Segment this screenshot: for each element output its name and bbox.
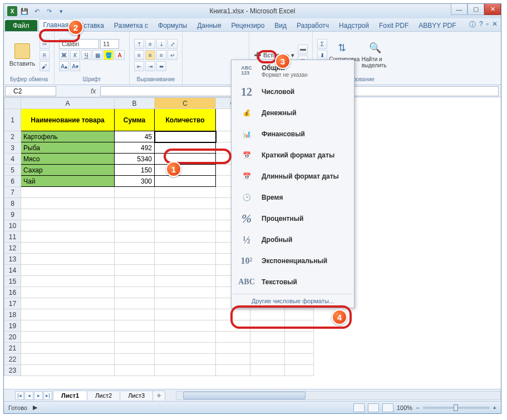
- tab-pagelayout[interactable]: Разметка с: [110, 20, 152, 31]
- restore-window-button[interactable]: ▫: [486, 20, 489, 29]
- cell-a5[interactable]: Сахар: [21, 165, 115, 176]
- cell-a6[interactable]: Чай: [21, 176, 115, 187]
- fill-button[interactable]: ⬇: [317, 50, 327, 60]
- close-button[interactable]: ✕: [484, 4, 501, 15]
- tab-addins[interactable]: Надстрой: [334, 20, 373, 31]
- align-top-button[interactable]: ⇡: [134, 39, 144, 49]
- tab-review[interactable]: Рецензиро: [227, 20, 269, 31]
- maximize-button[interactable]: ▢: [467, 4, 484, 15]
- sheet-nav-first[interactable]: |◂: [15, 391, 24, 400]
- sheet-nav-prev[interactable]: ◂: [24, 391, 33, 400]
- row-header-4[interactable]: 4: [4, 154, 21, 165]
- tab-view[interactable]: Вид: [270, 20, 291, 31]
- more-formats-link[interactable]: Другие числовые форматы...: [233, 294, 353, 308]
- format-percent[interactable]: % Процентный: [232, 208, 354, 229]
- format-time[interactable]: 🕒 Время: [232, 187, 354, 208]
- cell-a1[interactable]: Наименование товара: [21, 109, 115, 131]
- align-left-button[interactable]: ≡: [134, 50, 144, 60]
- cell-b4[interactable]: 5340: [115, 154, 155, 165]
- cell-c3[interactable]: [155, 142, 216, 154]
- format-general[interactable]: ABC123 ОбщийФормат не указан: [232, 60, 354, 81]
- copy-button[interactable]: ⎘: [40, 50, 50, 60]
- row-header-3[interactable]: 3: [4, 142, 21, 154]
- bold-button[interactable]: Ж: [59, 50, 69, 60]
- cut-button[interactable]: ✂: [40, 39, 50, 49]
- close-workbook-button[interactable]: ✕: [492, 20, 498, 29]
- format-text[interactable]: ABC Текстовый: [232, 271, 354, 293]
- col-header-c[interactable]: C: [155, 98, 216, 109]
- format-fraction[interactable]: ½ Дробный: [232, 229, 354, 250]
- format-currency[interactable]: 💰 Денежный: [232, 102, 354, 123]
- tab-data[interactable]: Данные: [193, 20, 225, 31]
- align-right-button[interactable]: ≡: [156, 50, 166, 60]
- format-painter-button[interactable]: 🖌: [40, 61, 50, 71]
- view-pagebreak-button[interactable]: [382, 403, 393, 412]
- cell-b3[interactable]: 492: [115, 142, 155, 154]
- qat-save-button[interactable]: 💾: [19, 6, 29, 16]
- align-middle-button[interactable]: ≡: [145, 39, 155, 49]
- cell-a2[interactable]: Картофель: [21, 131, 115, 142]
- cell-b1[interactable]: Сумма: [115, 109, 155, 131]
- minimize-button[interactable]: —: [451, 4, 467, 15]
- orientation-button[interactable]: ⤢: [168, 39, 178, 49]
- cell-c6[interactable]: [155, 176, 216, 187]
- minimize-ribbon-button[interactable]: ⓘ: [469, 20, 476, 29]
- wrap-text-button[interactable]: ↵: [168, 50, 178, 60]
- row-header-1[interactable]: 1: [4, 109, 21, 131]
- zoom-in-button[interactable]: +: [493, 404, 496, 411]
- cell-b2[interactable]: 45: [115, 131, 155, 142]
- qat-redo-button[interactable]: ↷: [44, 6, 54, 16]
- border-button[interactable]: ▦: [92, 50, 102, 60]
- horizontal-scrollbar[interactable]: [176, 391, 501, 400]
- cell-c1[interactable]: Количество: [155, 109, 216, 131]
- font-name-combo[interactable]: Calibri: [59, 39, 99, 49]
- delete-cells-button[interactable]: ➖: [298, 45, 308, 55]
- select-all-corner[interactable]: [4, 98, 21, 109]
- tab-home[interactable]: Главная: [38, 19, 74, 31]
- autosum-button[interactable]: Σ: [317, 39, 327, 49]
- fill-color-button[interactable]: 🪣: [104, 50, 114, 60]
- zoom-slider[interactable]: [423, 407, 490, 409]
- merge-button[interactable]: ⬌: [156, 61, 166, 71]
- help-button[interactable]: ?: [479, 20, 483, 29]
- sheet-tab-2[interactable]: Лист2: [87, 391, 120, 400]
- align-bottom-button[interactable]: ⇣: [156, 39, 166, 49]
- decrease-font-button[interactable]: A▾: [70, 61, 80, 71]
- italic-button[interactable]: К: [70, 50, 80, 60]
- row-header-2[interactable]: 2: [4, 131, 21, 142]
- cell-b5[interactable]: 150: [115, 165, 155, 176]
- fx-label[interactable]: fx: [91, 87, 96, 95]
- view-normal-button[interactable]: [353, 403, 365, 412]
- decrease-indent-button[interactable]: ⇤: [134, 61, 144, 71]
- sheet-tab-1[interactable]: Лист1: [53, 391, 87, 400]
- file-tab[interactable]: Файл: [5, 20, 37, 31]
- name-box[interactable]: C2: [5, 86, 56, 96]
- tab-developer[interactable]: Разработч: [292, 20, 333, 31]
- cell-c4[interactable]: [155, 154, 216, 165]
- align-center-button[interactable]: ≡: [145, 50, 155, 60]
- qat-customize-button[interactable]: ▾: [56, 6, 66, 16]
- tab-insert[interactable]: Вставка: [75, 20, 109, 31]
- zoom-thumb[interactable]: [454, 404, 458, 411]
- format-accounting[interactable]: 📊 Финансовый: [232, 123, 354, 145]
- find-select-button[interactable]: 🔍 Найти и выделить: [362, 42, 390, 68]
- format-longdate[interactable]: 📅 Длинный формат даты: [232, 166, 354, 187]
- sheet-tab-3[interactable]: Лист3: [120, 391, 153, 400]
- cell-a4[interactable]: Мясо: [21, 154, 115, 165]
- format-shortdate[interactable]: 📅 Краткий формат даты: [232, 145, 354, 166]
- sheet-nav-last[interactable]: ▸|: [43, 391, 52, 400]
- format-number[interactable]: 12 Числовой: [232, 81, 354, 102]
- font-color-button[interactable]: A: [115, 50, 125, 60]
- col-header-b[interactable]: B: [115, 98, 155, 109]
- qat-undo-button[interactable]: ↶: [32, 6, 42, 16]
- tab-foxit[interactable]: Foxit PDF: [375, 20, 413, 31]
- insert-cells-button[interactable]: ➕ Вставить ▾: [254, 52, 294, 59]
- scroll-thumb[interactable]: [183, 392, 306, 399]
- new-sheet-button[interactable]: ✧: [152, 391, 165, 401]
- format-scientific[interactable]: 10² Экспоненциальный: [232, 250, 354, 271]
- row-header-5[interactable]: 5: [4, 165, 21, 176]
- view-pagelayout-button[interactable]: [368, 403, 379, 412]
- tab-formulas[interactable]: Формулы: [154, 20, 191, 31]
- tab-abbyy[interactable]: ABBYY PDF: [414, 20, 460, 31]
- cell-a3[interactable]: Рыба: [21, 142, 115, 154]
